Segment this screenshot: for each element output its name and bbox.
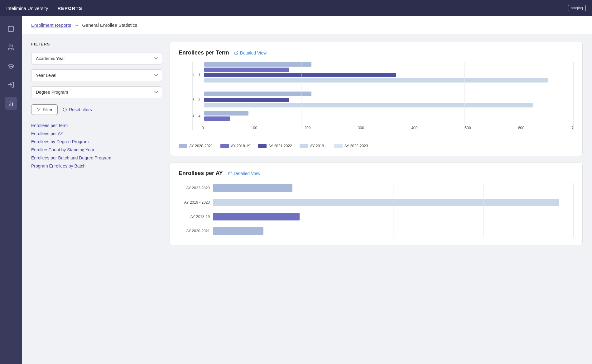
- chart2-label-ay2022: AY 2022-2023: [182, 186, 210, 190]
- nav-link-enrollees-by-degree[interactable]: Enrollees by Degree Program: [31, 139, 162, 144]
- svg-point-4: [9, 45, 11, 47]
- chart1-bars-area: 1 1: [188, 62, 574, 139]
- page-body: FILTERS Academic Year AY 2022-2023 AY 20…: [22, 34, 592, 364]
- sidebar-icon-graduation[interactable]: [5, 60, 17, 72]
- chart1-row-4: 4 4: [188, 111, 574, 121]
- right-panel: Enrollees per Term Detailed View: [170, 42, 583, 357]
- chart1-bar-1-ay2018: [204, 68, 289, 72]
- legend-color-ay2021: [258, 144, 267, 148]
- breadcrumb-link[interactable]: Enrollment Reports: [31, 22, 71, 28]
- breadcrumb-bar: Enrollment Reports → General Enrollee St…: [22, 16, 592, 34]
- nav-link-program-enrollees-batch[interactable]: Program Enrollees by Batch: [31, 163, 162, 168]
- sidebar: [0, 16, 22, 364]
- legend-item-ay2018: AY 2018-19: [220, 144, 250, 148]
- chart1-bars-4: [204, 111, 574, 121]
- chart1-ylabel-2b: 2: [197, 97, 200, 102]
- svg-line-10: [236, 51, 238, 53]
- enrollees-per-ay-card: Enrollees per AY Detailed View AY: [170, 162, 583, 245]
- nav-link-enrollees-per-term[interactable]: Enrollees per Term: [31, 123, 162, 128]
- chart2-bar-ay2019: [213, 199, 559, 206]
- chart1-bars-2: [204, 92, 574, 107]
- nav-links: Enrollees per Term Enrollees per AY Enro…: [31, 123, 162, 168]
- chart1-ylabel-2: 2: [188, 97, 194, 102]
- chart1-body: 1 1: [179, 62, 574, 139]
- filters-title: FILTERS: [31, 42, 162, 46]
- chart1-bar-1-ay2020: [204, 62, 311, 67]
- year-level-select[interactable]: Year Level 1 2 3 4: [31, 69, 162, 81]
- chart2-row-ay2022: AY 2022-2023: [213, 183, 574, 193]
- chart2-label-ay2018: AY 2018-19: [182, 215, 210, 219]
- chart1-ylabel-1: 1: [188, 73, 194, 77]
- external-link-icon-2: [228, 171, 232, 176]
- svg-line-11: [230, 172, 232, 173]
- left-panel: FILTERS Academic Year AY 2022-2023 AY 20…: [31, 42, 162, 357]
- svg-marker-9: [37, 108, 41, 111]
- chart1-detailed-view-link[interactable]: Detailed View: [234, 50, 267, 55]
- chart1-bar-4-ay2020: [204, 111, 248, 116]
- svg-rect-0: [8, 26, 14, 32]
- chart1-bar-2-ay2020: [204, 92, 311, 96]
- reset-filters-button[interactable]: Reset filters: [63, 107, 92, 112]
- nav-link-enrollees-per-ay[interactable]: Enrollees per AY: [31, 131, 162, 136]
- nav-reports-label: REPORTS: [57, 6, 82, 11]
- legend-item-ay2019: AY 2019 -: [300, 144, 326, 148]
- legend-color-ay2020: [179, 144, 187, 148]
- chart1-bar-1-ay2019: [204, 78, 548, 83]
- filter-actions: Filter Reset filters: [31, 104, 162, 115]
- staging-badge: staging: [568, 5, 586, 11]
- legend-label-ay2022: AY 2022-2023: [344, 144, 368, 148]
- breadcrumb-current: General Enrollee Statistics: [82, 22, 137, 28]
- reset-btn-label: Reset filters: [69, 107, 92, 112]
- chart2-row-ay2019: AY 2019 - 2020: [213, 197, 574, 208]
- nav-link-enrollees-per-batch[interactable]: Enrollees per Batch and Degree Program: [31, 155, 162, 160]
- chart2-title: Enrollees per AY: [179, 170, 223, 177]
- legend-label-ay2019: AY 2019 -: [310, 144, 326, 148]
- chart2-bar-ay2018: [213, 213, 300, 220]
- legend-color-ay2019: [300, 144, 308, 148]
- chart1-row-1: 1 1: [188, 62, 574, 88]
- enrollees-per-term-card: Enrollees per Term Detailed View: [170, 42, 583, 156]
- brand-name: Intelimina University: [6, 6, 48, 11]
- legend-label-ay2020: AY 2020-2021: [189, 144, 213, 148]
- legend-item-ay2020: AY 2020-2021: [179, 144, 213, 148]
- chart1-legend: AY 2020-2021 AY 2018-19 AY 2021-2022: [179, 144, 574, 148]
- breadcrumb-arrow: →: [74, 22, 79, 28]
- chart2-detailed-view-label: Detailed View: [234, 171, 260, 176]
- chart1-ylabel-4b: 4: [197, 114, 200, 118]
- chart2-label-ay2019: AY 2019 - 2020: [182, 200, 210, 205]
- degree-program-select[interactable]: Degree Program: [31, 86, 162, 98]
- academic-year-select[interactable]: Academic Year AY 2022-2023 AY 2021-2022 …: [31, 53, 162, 64]
- filter-btn-label: Filter: [43, 107, 52, 112]
- sidebar-icon-chart[interactable]: [5, 97, 17, 110]
- sidebar-icon-calendar[interactable]: [5, 22, 17, 35]
- chart1-bars-1: [204, 62, 574, 88]
- chart2-row-ay2020: AY 2020-2021: [213, 226, 574, 236]
- chart1-header: Enrollees per Term Detailed View: [179, 50, 574, 56]
- chart2-header: Enrollees per AY Detailed View: [179, 170, 574, 177]
- legend-label-ay2021: AY 2021-2022: [268, 144, 292, 148]
- filter-button[interactable]: Filter: [31, 104, 58, 115]
- chart1-x-axis: 0 100 200 300 400 500 600 7: [188, 126, 574, 130]
- top-nav: Intelimina University REPORTS staging: [0, 0, 592, 16]
- chart1-row-2: 2 2: [188, 92, 574, 107]
- chart2-label-ay2020: AY 2020-2021: [182, 229, 210, 233]
- chart2-detailed-view-link[interactable]: Detailed View: [228, 171, 260, 176]
- chart1-detailed-view-label: Detailed View: [240, 50, 267, 55]
- legend-color-ay2018: [220, 144, 229, 148]
- nav-link-enrollee-count-standing[interactable]: Enrollee Count by Standing Year: [31, 147, 162, 152]
- chart2-bar-ay2020: [213, 227, 263, 235]
- sidebar-icon-users[interactable]: [5, 41, 17, 54]
- chart2-row-ay2018: AY 2018-19: [213, 211, 574, 222]
- main-layout: Enrollment Reports → General Enrollee St…: [0, 16, 592, 364]
- chart1-bar-2-ay2019: [204, 103, 533, 107]
- chart1-bar-4-ay2018: [204, 116, 230, 121]
- content-area: Enrollment Reports → General Enrollee St…: [22, 16, 592, 364]
- chart1-title: Enrollees per Term: [179, 50, 229, 56]
- chart1-bar-1-ay2021: [204, 73, 396, 77]
- reset-icon: [63, 107, 67, 112]
- chart1-ylabel-4: 4: [188, 114, 194, 118]
- chart2-bars-area: AY 2022-2023 AY 2019 - 2020 AY 2018-19: [213, 183, 574, 238]
- sidebar-icon-login[interactable]: [5, 78, 17, 91]
- legend-label-ay2018: AY 2018-19: [231, 144, 250, 148]
- legend-item-ay2022: AY 2022-2023: [334, 144, 368, 148]
